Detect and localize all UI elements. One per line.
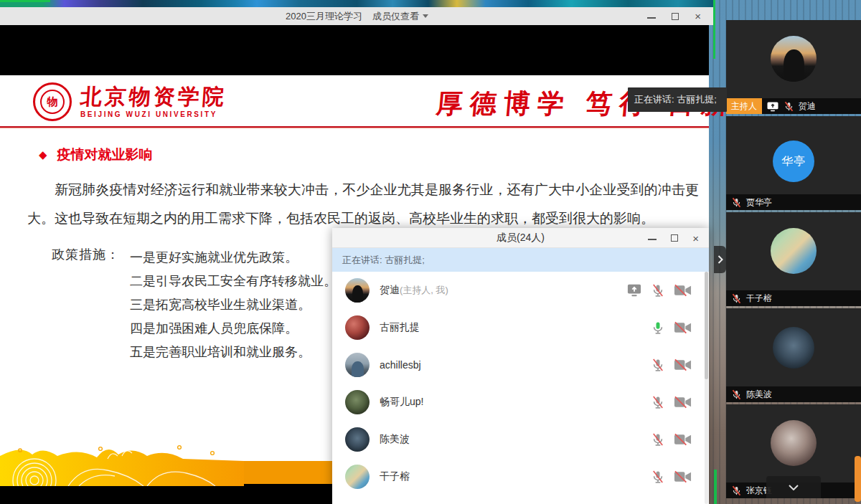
avatar	[771, 228, 817, 274]
policy-measures: 政策措施： 一是更好实施就业优先政策。 二是引导农民工安全有序转移就业。 三是拓…	[52, 246, 337, 364]
video-tile[interactable]: 陈美波	[726, 308, 861, 402]
member-name: 贺迪	[380, 284, 400, 297]
members-close-button[interactable]: ×	[692, 233, 699, 244]
speaking-tooltip: 正在讲话: 古丽扎提;	[628, 87, 727, 112]
view-mode-dropdown[interactable]: 成员仅查看	[372, 10, 428, 23]
member-row[interactable]: achillesbj	[332, 346, 709, 384]
avatar	[771, 420, 817, 466]
screenshare-border-right-top	[713, 0, 715, 59]
avatar	[345, 427, 370, 452]
camera-off-icon[interactable]	[674, 396, 692, 409]
meeting-titlebar: 2020三月理论学习 成员仅查看 ×	[0, 7, 714, 25]
member-row[interactable]: 干子榕	[332, 458, 709, 495]
video-tile[interactable]: 华亭 贾华亭	[726, 116, 861, 210]
member-row[interactable]: 贺迪 (主持人, 我)	[332, 272, 709, 309]
tile-name: 陈美波	[746, 389, 772, 401]
slide-heading: ◆ 疫情对就业影响	[39, 146, 153, 164]
members-title: 成员(24人)	[497, 232, 545, 244]
mic-muted-icon	[731, 293, 742, 304]
member-row[interactable]: 陈美波	[332, 421, 709, 458]
tile-namebar: 陈美波	[726, 386, 861, 402]
tile-namebar: 主持人 贺迪	[726, 98, 861, 114]
chevron-down-icon	[423, 14, 428, 18]
slide-heading-text: 疫情对就业影响	[57, 146, 153, 164]
member-row[interactable]: 古丽扎提	[332, 309, 709, 346]
member-name: 陈美波	[380, 433, 410, 446]
measures-label: 政策措施：	[52, 246, 120, 364]
avatar	[345, 465, 370, 489]
video-tile[interactable]: 张京钰	[726, 404, 861, 498]
avatar	[345, 278, 370, 303]
member-list: 贺迪 (主持人, 我) 古丽扎提	[332, 272, 709, 495]
member-name: 古丽扎提	[380, 321, 420, 334]
avatar	[345, 390, 370, 414]
mic-muted-icon[interactable]	[651, 283, 665, 298]
tile-namebar: 干子榕	[726, 290, 861, 306]
diamond-bullet-icon: ◆	[39, 148, 47, 161]
tile-namebar: 贾华亭	[726, 194, 861, 210]
mic-muted-icon[interactable]	[651, 470, 665, 484]
camera-off-icon[interactable]	[674, 321, 692, 334]
maximize-button[interactable]	[672, 13, 679, 20]
member-role: (主持人, 我)	[400, 284, 448, 297]
mic-muted-icon	[784, 101, 794, 112]
sidebar-expander[interactable]	[714, 246, 726, 273]
camera-off-icon[interactable]	[674, 358, 692, 371]
tile-name: 贾华亭	[746, 196, 772, 209]
host-badge: 主持人	[726, 98, 762, 114]
camera-off-icon[interactable]	[674, 433, 692, 446]
slide-top-black-bar	[0, 25, 709, 75]
measure-item: 三是拓宽高校毕业生就业渠道。	[130, 293, 337, 317]
camera-off-icon[interactable]	[674, 470, 692, 483]
mic-on-icon[interactable]	[651, 320, 665, 335]
members-panel: 成员(24人) × 正在讲话: 古丽扎提; 贺迪 (主持人, 我)	[332, 228, 709, 504]
member-name: achillesbj	[380, 359, 421, 371]
member-name: 畅哥儿up!	[380, 396, 423, 409]
view-mode-label: 成员仅查看	[372, 10, 419, 23]
avatar	[345, 353, 370, 377]
desktop-orange-bar	[855, 456, 861, 502]
speaking-banner: 正在讲话: 古丽扎提;	[332, 248, 709, 272]
measure-item: 四是加强困难人员兜底保障。	[130, 317, 337, 341]
member-name: 干子榕	[380, 470, 410, 483]
measure-item: 一是更好实施就业优先政策。	[130, 246, 337, 270]
university-name-cn: 北京物资学院	[80, 86, 227, 108]
tile-name: 贺迪	[799, 100, 816, 113]
slide-paragraph: 新冠肺炎疫情对经济运行和就业带来较大冲击，不少企业尤其是服务行业，还有广大中小企…	[27, 176, 699, 233]
mic-muted-icon[interactable]	[651, 432, 665, 447]
avatar: 华亭	[773, 141, 814, 182]
member-list-scrollbar[interactable]	[705, 272, 708, 504]
screenshare-border-right-bottom	[714, 470, 717, 504]
members-minimize-button[interactable]	[648, 236, 657, 240]
university-name-en: BEIJING WUZI UNIVERSITY	[80, 111, 227, 118]
minimize-button[interactable]	[647, 14, 656, 19]
university-logo: 物 北京物资学院 BEIJING WUZI UNIVERSITY	[33, 82, 227, 121]
mic-muted-icon	[731, 485, 742, 496]
screen-share-icon	[626, 283, 642, 298]
collapse-tiles-button[interactable]	[766, 476, 821, 498]
screenshare-border-top	[0, 0, 50, 2]
mic-muted-icon	[731, 197, 742, 208]
measure-item: 二是引导农民工安全有序转移就业。	[130, 270, 337, 293]
video-tile[interactable]: 干子榕	[726, 212, 861, 306]
close-button[interactable]: ×	[695, 11, 701, 22]
meeting-app: 2020三月理论学习 成员仅查看 × 物 北京物资学院 BEIJING WUZI…	[0, 0, 861, 504]
avatar	[773, 327, 814, 369]
avatar	[771, 36, 817, 82]
meeting-title: 2020三月理论学习	[286, 10, 362, 23]
member-row[interactable]: 畅哥儿up!	[332, 384, 709, 421]
camera-off-icon[interactable]	[674, 284, 692, 297]
university-seal-icon: 物	[33, 82, 72, 121]
members-titlebar: 成员(24人) ×	[332, 228, 709, 248]
mic-muted-icon[interactable]	[651, 395, 665, 409]
mic-muted-icon	[731, 389, 742, 400]
video-tile[interactable]: 主持人 贺迪	[726, 20, 861, 114]
avatar	[345, 315, 370, 340]
desktop-taskbar-strip	[0, 0, 714, 7]
mic-muted-icon[interactable]	[651, 358, 665, 372]
header-divider	[0, 126, 709, 128]
tile-name: 干子榕	[746, 293, 772, 305]
screen-share-icon	[766, 101, 779, 112]
measure-item: 五是完善职业培训和就业服务。	[130, 341, 337, 364]
members-maximize-button[interactable]	[671, 234, 678, 242]
